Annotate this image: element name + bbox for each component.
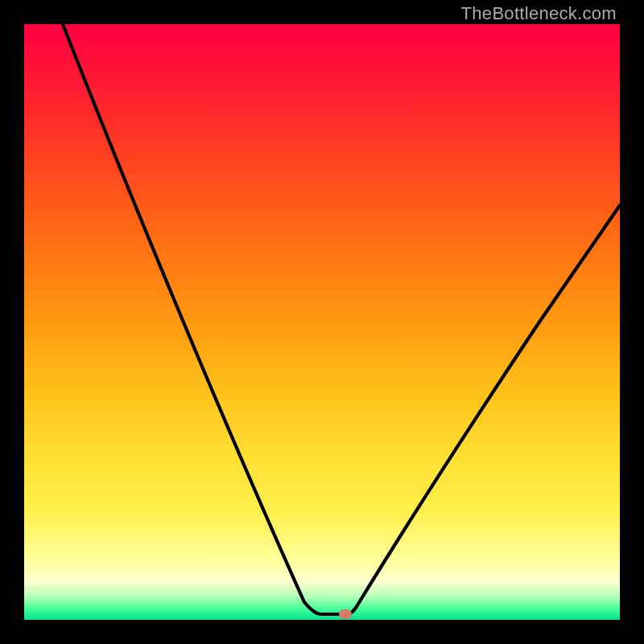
watermark-text: TheBottleneck.com (461, 3, 617, 24)
curve-path (63, 24, 620, 614)
optimal-point-marker (339, 609, 352, 619)
chart-frame: TheBottleneck.com (0, 0, 644, 644)
plot-area (24, 24, 620, 620)
bottleneck-curve (24, 24, 620, 620)
